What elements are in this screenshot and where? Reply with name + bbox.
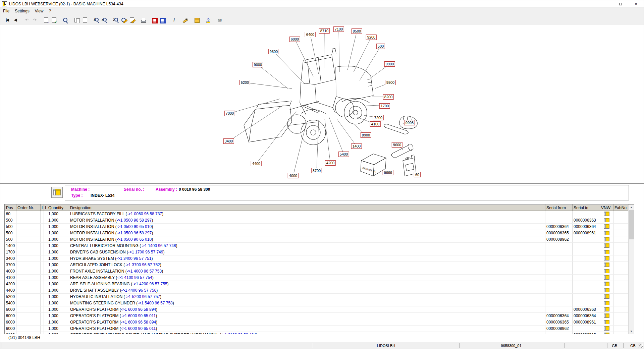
zoom-button[interactable] (61, 16, 69, 24)
parts-link-icon[interactable] (604, 212, 609, 216)
parts-link-icon[interactable] (604, 333, 609, 335)
table-row[interactable]: 42001,000ART. SELF-ALIGNING BEARING (->1… (5, 281, 629, 287)
callout-8900[interactable]: 8900 (361, 132, 371, 138)
parts-link-icon[interactable] (604, 326, 609, 331)
parts-link-icon[interactable] (604, 307, 609, 311)
table-row[interactable]: 5001,000MOTOR INSTALLATION (->1 0500 90 … (5, 224, 629, 230)
table-row[interactable]: 60001,000OPERATOR'S PLATFORM (->1 6000 9… (5, 306, 629, 313)
single-page-button[interactable] (81, 16, 89, 24)
callout-7000[interactable]: 7000 (224, 111, 235, 116)
parts-link-icon[interactable] (604, 288, 609, 292)
column-header-quantity[interactable]: Quantity (47, 205, 69, 211)
column-header-serial-to[interactable]: Serial to (573, 205, 600, 211)
designation-link[interactable]: ->1 1700 96 57 749 (128, 250, 163, 254)
designation-link[interactable]: ->1 3700 96 57 752 (125, 263, 160, 267)
info-button[interactable]: i (170, 16, 178, 24)
column-header-order-nr-[interactable]: Order Nr. (16, 205, 41, 211)
parts-link-icon[interactable] (604, 250, 609, 254)
designation-link[interactable]: ->1 4400 96 57 756 (121, 288, 156, 293)
edit-page-button[interactable] (128, 16, 136, 24)
zoom-in-text-button[interactable]: A (92, 16, 100, 24)
designation-link[interactable]: ->1 6100 90 50 494 (221, 333, 256, 334)
nav-back-button[interactable]: ◀ (11, 16, 19, 24)
minimize-button[interactable] (597, 0, 613, 7)
parts-link-icon[interactable] (604, 224, 609, 229)
table-row[interactable]: 5001,000MOTOR INSTALLATION (->1 0500 96 … (5, 230, 629, 236)
edit-colors-button[interactable] (181, 16, 190, 24)
lidos-help-button[interactable]: ? (204, 16, 212, 24)
column-header-i[interactable]: I (41, 205, 44, 211)
zoom-2d-button[interactable]: 2 (112, 16, 120, 24)
parts-link-icon[interactable] (604, 294, 609, 299)
parts-link-icon[interactable] (604, 313, 609, 318)
scroll-down-button[interactable]: ▼ (629, 329, 634, 334)
callout-5200[interactable]: 5200 (239, 80, 250, 85)
parts-link-icon[interactable] (604, 263, 609, 267)
scroll-up-button[interactable]: ▲ (629, 205, 634, 210)
table-row[interactable]: 5001,000MOTOR INSTALLATION (->1 0500 90 … (5, 236, 629, 243)
callout-9300[interactable]: 9300 (268, 49, 279, 54)
callout-4000[interactable]: 4000 (288, 173, 299, 178)
callout-9200[interactable]: 9200 (366, 35, 377, 40)
callout-7100[interactable]: 7100 (333, 26, 344, 32)
designation-link[interactable]: ->1 0500 96 58 297 (117, 231, 152, 235)
designation-link[interactable]: ->1 6000 90 65 011 (121, 326, 156, 331)
parts-link-icon[interactable] (604, 320, 609, 324)
parts-link-icon[interactable] (604, 237, 609, 241)
table-row[interactable]: 40001,000FRONT AXLE INSTALLATION (->1 40… (5, 268, 629, 275)
callout-9999[interactable]: 9999 (383, 170, 393, 175)
parts-link-icon[interactable] (604, 231, 609, 235)
designation-link[interactable]: ->1 4000 96 57 753 (127, 269, 162, 274)
service-package-button[interactable] (193, 16, 201, 24)
table-row[interactable]: 17001,000DRIVER'S CAB SUSPENSION (->1 17… (5, 249, 629, 255)
table-row[interactable]: 34001,000HYDR.BRAKE SYSTEM (->1 3400 96 … (5, 255, 629, 262)
copy-pages-button[interactable] (73, 16, 81, 24)
menu-item-settings[interactable]: Settings (12, 8, 32, 15)
designation-link[interactable]: ->1 0500 90 65 010 (117, 224, 152, 229)
menu-item-file[interactable]: File (0, 8, 12, 15)
callout-9000[interactable]: 9000 (253, 62, 263, 67)
designation-link[interactable]: ->1 6000 96 58 894 (121, 320, 156, 325)
callout-1400[interactable]: 1400 (351, 143, 362, 149)
designation-link[interactable]: ->1 4200 96 57 755 (132, 282, 167, 286)
designation-link[interactable]: ->1 0060 96 58 737 (127, 212, 162, 216)
callout-9900[interactable]: 9900 (384, 61, 395, 67)
callout-9600[interactable]: 9600 (392, 142, 402, 148)
restore-button[interactable] (613, 0, 628, 7)
vertical-scrollbar[interactable]: ▲ ▼ (628, 205, 634, 334)
title-bar[interactable]: LIDOS LBH WEBSERVICE (02-1) - BASIC MACH… (0, 0, 644, 8)
designation-link[interactable]: ->1 0500 90 65 010 (117, 237, 152, 242)
parts-link-icon[interactable] (604, 256, 609, 260)
designation-link[interactable]: ->1 1400 96 57 748 (141, 243, 176, 248)
designation-link[interactable]: ->1 5400 96 57 758 (138, 301, 172, 305)
designation-link[interactable]: ->1 6000 90 65 011 (121, 313, 156, 318)
callout-3400[interactable]: 3400 (223, 138, 234, 144)
callout-3700[interactable]: 3700 (311, 168, 322, 173)
column-header-vnw[interactable]: VNW (600, 205, 613, 211)
callout-4400[interactable]: 4400 (251, 161, 262, 166)
parts-link-icon[interactable] (604, 275, 609, 280)
nav-first-button[interactable]: |◀ (3, 16, 11, 24)
column-header-fabno[interactable]: FabNo (613, 205, 629, 211)
table-row[interactable]: 61001,000OPERATOR SEAT W/FABRIC COVER (A… (5, 332, 629, 335)
table-row[interactable]: 60001,000OPERATOR'S PLATFORM (->1 6000 9… (5, 326, 629, 332)
callout-8710[interactable]: 8710 (319, 28, 330, 34)
export-page-button[interactable] (42, 16, 50, 24)
print-button[interactable] (139, 16, 147, 24)
parts-table-blue-button[interactable] (159, 16, 167, 24)
table-row[interactable]: 601,000LUBRICANTS FACTORY FILL (->1 0060… (5, 211, 629, 217)
zoom-edit-button[interactable] (120, 16, 128, 24)
designation-link[interactable]: ->1 5200 96 57 757 (125, 294, 160, 299)
column-header-serial-from[interactable]: Serial from (545, 205, 573, 211)
callout-6400[interactable]: 6400 (305, 32, 316, 37)
callout-500[interactable]: 500 (376, 44, 385, 49)
designation-link[interactable]: ->1 4100 96 57 754 (117, 275, 152, 280)
close-button[interactable]: × (628, 0, 644, 7)
verify-page-button[interactable] (50, 16, 58, 24)
table-row[interactable]: 5001,000MOTOR INSTALLATION (->1 0500 96 … (5, 217, 629, 224)
callout-60[interactable]: 60 (414, 172, 421, 177)
callout-9998[interactable]: 9998 (404, 120, 415, 125)
callout-6000[interactable]: 6000 (289, 37, 300, 42)
table-row[interactable]: 44001,000DRIVE SHAFT ASSEMBLY (->1 4400 … (5, 287, 629, 294)
callout-9500[interactable]: 9500 (385, 80, 396, 85)
